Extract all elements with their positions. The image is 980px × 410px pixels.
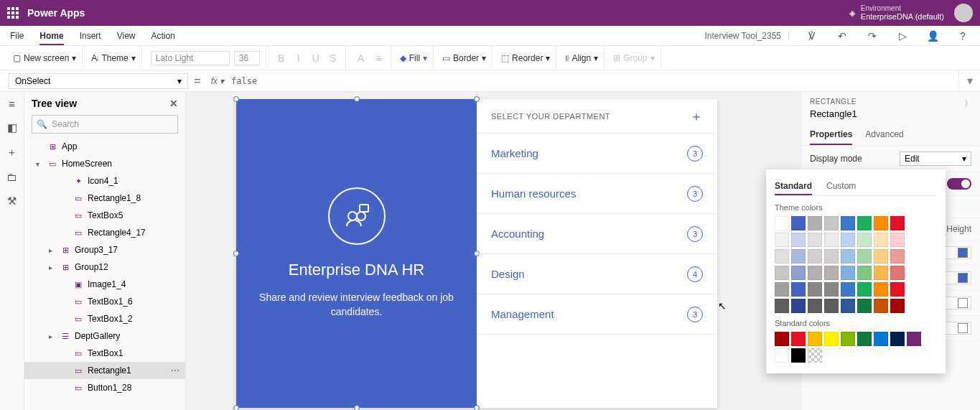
color-swatch[interactable] [775,266,789,280]
color-swatch[interactable] [874,216,888,230]
color-swatch[interactable] [775,299,789,313]
color-swatch[interactable] [808,332,822,346]
color-swatch[interactable] [824,332,839,346]
color-swatch[interactable] [841,249,855,264]
color-swatch[interactable] [824,233,839,247]
color-swatch[interactable] [907,332,921,346]
color-swatch[interactable] [808,282,822,297]
color-swatch[interactable] [874,299,888,313]
undo-icon[interactable]: ↶ [835,30,849,42]
formula-input[interactable]: false [228,73,958,89]
tab-advanced[interactable]: Advanced [865,125,903,145]
fx-icon[interactable]: fx ▾ [207,76,228,86]
color-swatch[interactable] [775,332,789,346]
tree-item[interactable]: ▭TextBox1_6 [24,293,185,310]
align-menu-button[interactable]: ⫴ Align ▾ [565,53,598,63]
color-swatch[interactable] [874,233,888,247]
visible-toggle[interactable] [947,178,971,190]
color-swatch[interactable] [890,299,905,313]
cp-tab-custom[interactable]: Custom [826,178,856,195]
color-swatch[interactable] [841,332,855,346]
fontsize-input[interactable]: 36 [234,51,260,65]
color-swatch[interactable] [791,249,806,264]
underline-icon[interactable]: U [309,52,322,64]
menu-view[interactable]: View [117,31,136,41]
color-swatch[interactable] [824,216,839,230]
group-button[interactable]: ⊞ Group ▾ [613,53,654,63]
tree-search[interactable]: 🔍 Search [32,115,178,134]
hamburger-icon[interactable]: ≡ [9,98,15,110]
strike-icon[interactable]: S [327,52,340,64]
color-swatch[interactable] [824,299,839,313]
environment-block[interactable]: ◈ Environment EnterpriseDNA (default) [849,4,944,21]
color-swatch[interactable] [857,233,872,247]
menu-action[interactable]: Action [151,31,175,41]
tree-item[interactable]: ▭TextBox5 [24,207,185,224]
color-swatch[interactable] [841,233,855,247]
department-row[interactable]: Design4 [477,254,717,294]
italic-icon[interactable]: I [292,52,305,64]
color-swatch[interactable] [857,249,872,264]
color-swatch[interactable] [874,282,888,297]
color-swatch[interactable] [890,249,905,264]
color-swatch[interactable] [775,348,789,363]
color-swatch[interactable] [808,299,822,313]
fill-button[interactable]: ◆ Fill ▾ [400,53,427,63]
insert-icon[interactable]: ＋ [6,146,17,159]
color-swatch[interactable] [857,299,872,313]
color-swatch[interactable] [857,266,872,280]
theme-button[interactable]: Aᵢ Theme ▾ [91,53,135,63]
color-swatch[interactable] [890,233,905,247]
color-swatch[interactable] [791,332,806,346]
color-swatch[interactable] [841,266,855,280]
color-swatch[interactable] [874,332,888,346]
tab-properties[interactable]: Properties [810,125,852,145]
tree-item[interactable]: ▭TextBox1_2 [24,310,185,327]
color-swatch[interactable] [857,216,872,230]
hero-panel[interactable]: Enterprise DNA HR Share and review inter… [236,99,477,408]
color-swatch[interactable] [890,332,905,346]
font-select[interactable]: Lato Light [151,51,230,65]
property-select[interactable]: OnSelect▾ [9,73,188,89]
color-swatch[interactable] [824,249,839,264]
tree-item[interactable]: ▸⊞Group12 [24,258,185,276]
tree-item[interactable]: ▾▭HomeScreen [24,155,185,172]
color-swatch[interactable] [791,282,806,297]
help-icon[interactable]: ? [956,30,970,42]
tree-item[interactable]: ⊞App [24,138,185,155]
color-swatch[interactable] [841,282,855,297]
add-dept-icon[interactable]: ＋ [690,108,704,125]
color-swatch[interactable] [890,282,905,297]
color-swatch[interactable] [808,266,822,280]
tree-item[interactable]: ▭Button1_28 [24,379,185,396]
color-swatch[interactable] [857,332,872,346]
color-swatch[interactable] [841,216,855,230]
menu-insert[interactable]: Insert [80,31,101,41]
color-swatch[interactable] [890,266,905,280]
displaymode-select[interactable]: Edit▾ [900,152,971,166]
canvas-area[interactable]: Enterprise DNA HR Share and review inter… [186,92,801,410]
color-swatch[interactable] [890,216,905,230]
tree-close-icon[interactable]: ✕ [169,98,178,109]
reorder-button[interactable]: ⬚ Reorder ▾ [501,53,550,63]
align-icon[interactable]: ≡ [372,52,385,64]
tree-item[interactable]: ▭Rectangle4_17 [24,224,185,241]
tree-item[interactable]: ▸⊞Group3_17 [24,241,185,258]
formula-expand-icon[interactable]: ▾ [958,70,980,91]
tree-item[interactable]: ✦Icon4_1 [24,172,185,190]
play-icon[interactable]: ▷ [895,30,910,42]
avatar[interactable] [954,4,973,22]
color-swatch[interactable] [791,266,806,280]
color-swatch[interactable] [791,299,806,313]
bold-icon[interactable]: B [275,52,288,64]
menu-home[interactable]: Home [39,31,63,45]
color-swatch[interactable] [791,216,806,230]
new-screen-button[interactable]: ▢ New screen ▾ [13,53,76,63]
color-swatch[interactable] [775,216,789,230]
color-swatch[interactable] [808,348,822,363]
color-swatch[interactable] [808,249,822,264]
color-swatch[interactable] [775,282,789,297]
color-swatch[interactable] [857,282,872,297]
border-button[interactable]: ▭ Border ▾ [442,53,486,63]
app-checker-icon[interactable]: ℣ [805,30,819,42]
